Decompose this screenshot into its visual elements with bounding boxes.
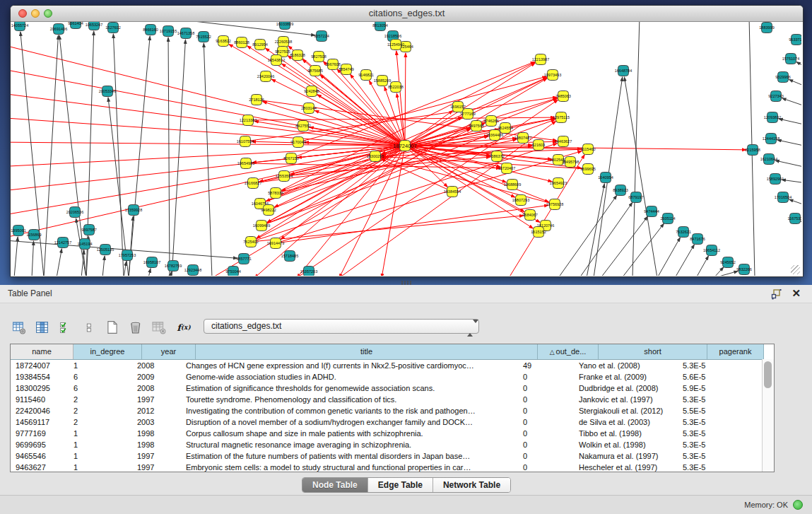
vertical-scrollbar[interactable] [762,359,774,472]
network-node[interactable]: 9357224 [314,31,329,42]
network-node[interactable]: 9242848 [304,86,319,97]
network-node[interactable]: 10653247 [86,22,102,30]
network-node[interactable]: 8522038 [388,82,403,93]
table-row[interactable]: 946362711997Embryonic stem cells: a mode… [11,462,774,472]
network-node[interactable]: 9361404 [68,22,83,29]
network-node[interactable]: 16648784 [615,66,632,76]
close-window-button[interactable] [18,9,27,18]
table-row[interactable]: 946554611997Estimation of the future num… [11,450,774,462]
network-edge[interactable] [601,216,648,276]
network-node[interactable]: 9832266 [736,264,751,275]
network-window-titlebar[interactable]: citations_edges.txt [11,6,803,22]
network-node[interactable]: 12213383 [240,115,257,126]
network-node[interactable]: 12142757 [54,238,71,248]
network-node[interactable]: 7515522 [196,32,211,42]
table-row[interactable]: 969969511998Structural magnetic resonanc… [11,439,774,450]
network-node[interactable]: 12975115 [553,112,570,123]
column-header-in_degree[interactable]: in_degree [73,344,142,359]
network-node[interactable]: 23420046 [257,71,274,82]
table-row[interactable]: 1938455462009Genome-wide association stu… [11,371,774,382]
network-node[interactable]: 9146821 [358,70,373,81]
table-select[interactable]: citations_edges.txt [204,319,479,334]
network-node[interactable]: 9474444 [644,206,659,217]
network-node[interactable]: 16357203 [300,267,317,276]
network-node[interactable]: 8215958 [745,145,760,156]
table-row[interactable]: 977716911998Corpus callosum shape and si… [11,428,774,439]
network-edge[interactable] [696,256,709,276]
network-edge[interactable] [796,62,801,68]
network-node[interactable]: 9498222 [261,205,276,216]
network-node[interactable]: 9497568 [469,121,483,132]
network-node[interactable]: 18807293 [512,195,529,206]
network-node[interactable]: 10807487 [514,133,531,144]
network-edge[interactable] [779,119,801,125]
network-node[interactable]: 10654112 [703,245,720,256]
network-node[interactable]: 8813054 [372,22,387,31]
network-edge[interactable] [44,35,58,276]
network-edge[interactable] [777,140,801,146]
network-edge[interactable] [204,43,212,276]
network-node[interactable]: 8267150 [283,153,298,164]
network-edge[interactable] [129,216,133,276]
network-node[interactable]: 9857771 [236,254,251,264]
tab-node-table[interactable]: Node Table [302,478,368,492]
network-node[interactable]: 9750044 [225,267,240,276]
network-edge[interactable] [782,180,801,183]
network-edge[interactable] [129,36,150,276]
network-edge[interactable] [801,221,801,224]
network-node[interactable]: 7485063 [555,91,570,102]
network-node[interactable]: 8912954 [252,40,267,50]
network-edge[interactable] [148,269,151,276]
network-node[interactable]: 3624554 [498,123,512,134]
network-node[interactable]: 5878334 [268,188,283,199]
column-header-title[interactable]: title [196,344,538,359]
network-node[interactable]: 1883999 [759,23,774,33]
network-node[interactable]: 9170044 [290,137,305,148]
network-node[interactable]: 6879197 [628,192,643,203]
tab-edge-table[interactable]: Edge Table [368,478,433,492]
scrollbar-thumb[interactable] [764,361,772,388]
delete-columns-icon[interactable] [126,319,145,336]
network-node[interactable]: 1145194 [77,239,92,250]
network-node[interactable]: 12093832 [764,112,781,123]
network-edge[interactable] [405,53,406,146]
network-edge[interactable] [405,63,535,146]
column-header-short[interactable]: short [599,344,707,359]
network-node[interactable]: 9746266 [483,116,498,127]
table-mode-icon[interactable] [10,319,28,336]
network-node[interactable]: 8427552 [295,121,310,132]
minimize-window-button[interactable] [31,9,40,18]
network-node[interactable]: 20053346 [99,86,116,97]
network-node[interactable]: 1640954 [598,173,613,183]
network-node[interactable]: 20206536 [66,207,83,218]
network-edge[interactable] [579,202,632,276]
network-edge[interactable] [775,160,801,168]
float-panel-icon[interactable] [771,288,782,300]
network-node[interactable]: 14463627 [555,136,572,147]
network-node[interactable]: 1527602 [105,23,120,33]
network-node[interactable]: 1156869 [26,230,41,240]
network-node[interactable]: 20691406 [50,24,67,35]
network-edge[interactable] [124,262,126,276]
column-header-pagerank[interactable]: pagerank [707,344,764,359]
network-edge[interactable] [587,184,604,276]
memory-status-icon[interactable] [793,500,803,510]
network-node[interactable]: 16958107 [143,257,160,268]
column-header-name[interactable]: name [11,344,73,359]
network-node[interactable]: 19654923 [550,178,567,189]
network-node[interactable]: 9163822 [216,36,230,47]
network-node[interactable]: 16107554 [237,136,254,147]
network-node[interactable]: 8471676 [690,234,705,245]
tab-network-table[interactable]: Network Table [433,478,510,492]
network-node[interactable]: 10719155 [160,26,177,37]
network-node[interactable]: 2935114 [660,214,675,224]
network-edge[interactable] [789,79,801,87]
zoom-window-button[interactable] [44,9,52,18]
network-edge[interactable] [657,238,681,276]
network-node[interactable]: 7386372 [489,151,504,162]
network-node[interactable]: 9684067 [522,210,537,221]
show-columns-icon[interactable] [33,319,52,336]
network-edge[interactable] [622,223,664,276]
network-node[interactable]: 16033809 [276,22,293,30]
network-node[interactable]: 8860128 [234,37,249,48]
